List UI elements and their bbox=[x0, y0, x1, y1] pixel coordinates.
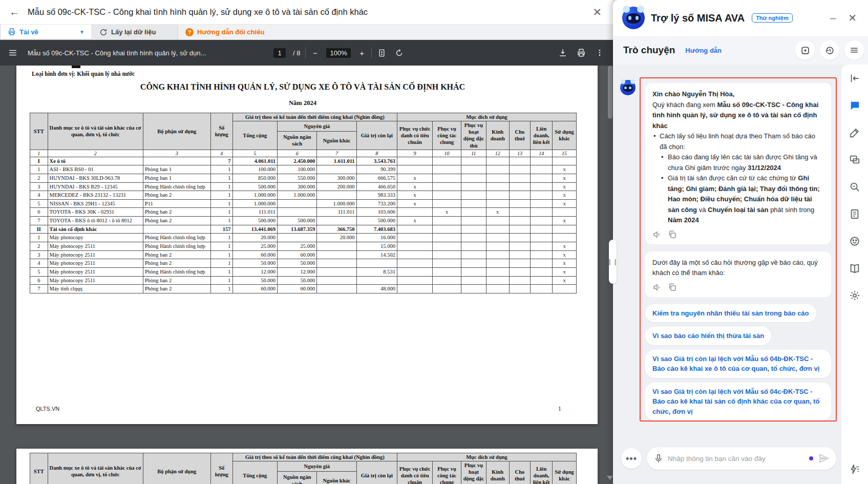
col-header: Nguồn ngân sách bbox=[278, 131, 317, 150]
pdf-page-1: Loại hình đơn vị: Khối quản lý nhà nước … bbox=[16, 66, 598, 424]
pdf-toolbar: Mẫu số 09c-CK-TSC - Công khai tình hình … bbox=[0, 40, 613, 66]
col-header: Cho thuê bbox=[509, 121, 531, 150]
more-vertical-icon[interactable] bbox=[595, 48, 605, 58]
col-header: Phục vụ hoạt động đặc thù bbox=[461, 121, 486, 150]
table-row: 5NISSAN - BKS 29H1 - 12345P1111.000.0001… bbox=[30, 199, 577, 208]
app-root: ← Mẫu số 09c-CK-TSC - Công khai tình hìn… bbox=[0, 0, 868, 484]
table-row: 1ASI - BKS BS0 - 01Phòng ban 11100.00010… bbox=[30, 165, 577, 174]
copy-icon[interactable] bbox=[668, 230, 677, 239]
fit-page-icon[interactable] bbox=[377, 48, 387, 58]
suggested-question-chip[interactable]: Vì sao báo cáo hiển thị thừa tài sản bbox=[645, 327, 771, 345]
chevron-down-icon[interactable]: ▼ bbox=[79, 29, 84, 35]
asset-table-page2: STT Danh mục xe ô tô và tài sản khác của… bbox=[30, 453, 577, 484]
message-text: Dưới đây là một số câu hỏi thường gặp về… bbox=[652, 258, 824, 279]
suggested-question-chip[interactable]: Vì sao Giá trị còn lại lệch với Mẫu số 0… bbox=[645, 350, 831, 378]
table-row: 3Máy photocopy 2511Phòng ban 2160.00060.… bbox=[30, 250, 577, 259]
col-header: Bộ phận sử dụng bbox=[143, 453, 210, 484]
doc-year: Năm 2024 bbox=[16, 99, 589, 107]
col-header: Nguồn khác bbox=[317, 131, 356, 150]
assistant-title: Trợ lý số MISA AVA bbox=[651, 12, 745, 24]
table-row: 1Máy photocopyPhòng Hành chính tổng hợp1… bbox=[30, 234, 577, 242]
table-row: 2Máy photocopy 2511Phòng Hành chính tổng… bbox=[30, 242, 577, 251]
highlighted-response-area: Xin chào Nguyễn Thị Hòa,Quý khách đang x… bbox=[640, 77, 837, 422]
conversation-title: Trò chuyện bbox=[623, 45, 675, 56]
message-text: Xin chào Nguyễn Thị Hòa, bbox=[652, 89, 824, 100]
refresh-data-button[interactable]: Lấy lại dữ liệu bbox=[92, 25, 178, 39]
chat-close-icon[interactable]: ✕ bbox=[848, 12, 857, 24]
col-header: STT bbox=[30, 113, 48, 150]
pdf-page-2: STT Danh mục xe ô tô và tài sản khác của… bbox=[16, 449, 598, 484]
download-label: Tải về bbox=[19, 28, 38, 36]
zoom-controls: − 100% + bbox=[311, 48, 366, 58]
table-row: 2HUYNDAI - BKS 30LD-963.78Phòng ban 1185… bbox=[30, 174, 577, 182]
col-header: Số lượng bbox=[210, 453, 232, 484]
col-group-header: Giá trị theo sổ kế toán đến thời điểm cô… bbox=[232, 453, 397, 461]
status-dot bbox=[809, 456, 813, 460]
read-aloud-icon[interactable] bbox=[652, 283, 662, 292]
message-input[interactable]: Nhập thông tin bạn cần vào đây bbox=[647, 447, 836, 470]
guide-link[interactable]: Hướng dẫn bbox=[685, 47, 722, 54]
doc-footer-brand: QLTS.VN bbox=[36, 406, 59, 412]
chat-bubble-icon[interactable] bbox=[849, 100, 860, 111]
minimize-icon[interactable]: – bbox=[830, 12, 836, 24]
download-icon[interactable] bbox=[558, 48, 568, 58]
new-chat-button[interactable] bbox=[795, 40, 815, 60]
printer-icon bbox=[8, 28, 16, 36]
col-header: Phục vụ chức danh có tiêu chuẩn bbox=[397, 121, 432, 150]
col-header: STT bbox=[30, 453, 48, 484]
ava-chat-panel: ❙❙ Trợ lý số MISA AVA Thử nghiệm – ✕ Trò… bbox=[613, 0, 868, 484]
beta-badge: Thử nghiệm bbox=[752, 13, 793, 23]
suggested-question-chip[interactable]: Vì sao Giá trị còn lại lệch với Mẫu số 0… bbox=[645, 383, 831, 421]
col-header: Bộ phận sử dụng bbox=[143, 113, 210, 150]
history-button[interactable] bbox=[820, 40, 839, 60]
settings-gear-icon[interactable] bbox=[849, 290, 860, 301]
quick-actions-icon[interactable] bbox=[849, 464, 860, 475]
more-options-button[interactable]: ••• bbox=[621, 448, 642, 469]
panel-menu-button[interactable] bbox=[844, 40, 864, 60]
suggested-question-chip[interactable]: Kiểm tra nguyên nhân thiếu tài sản trong… bbox=[645, 304, 816, 323]
menu-icon[interactable] bbox=[8, 48, 17, 57]
page-number-input[interactable]: 1 bbox=[273, 48, 286, 58]
report-table: STT Danh mục xe ô tô và tài sản khác của… bbox=[30, 453, 577, 484]
print-icon[interactable] bbox=[576, 48, 586, 58]
col-header: Phục vụ công tác chung bbox=[433, 461, 461, 484]
doc-title: CÔNG KHAI TÌNH HÌNH QUẢN LÝ, SỬ DỤNG XE … bbox=[16, 82, 589, 92]
guide-label: Hướng dẫn đối chiếu bbox=[197, 28, 264, 36]
search-chat-icon[interactable] bbox=[849, 181, 860, 193]
column-number-row: 123456789101112131415 bbox=[30, 150, 577, 157]
table-row: 7TOYOTA - BKS ô tô 8012 - ô tô 8012Phòng… bbox=[30, 217, 577, 225]
message-text: Quý khách đang xem Mẫu số 09c-CK-TSC - C… bbox=[652, 100, 824, 132]
scrollbar-thumb[interactable] bbox=[608, 66, 612, 119]
window-close-icon[interactable]: ✕ bbox=[590, 6, 604, 18]
assistant-message: Dưới đây là một số câu hỏi thường gặp về… bbox=[645, 251, 831, 297]
rotate-icon[interactable] bbox=[394, 48, 405, 58]
scrollbar-down-arrow[interactable] bbox=[607, 476, 613, 480]
table-row: 4MERCEDEZ - BKS 23132 - 13231Phòng ban 2… bbox=[30, 191, 577, 200]
zoom-level[interactable]: 100% bbox=[326, 48, 350, 58]
screens-icon[interactable] bbox=[849, 154, 860, 165]
microphone-icon[interactable] bbox=[654, 454, 663, 463]
read-aloud-icon[interactable] bbox=[652, 230, 662, 239]
download-button[interactable]: Tải về ▼ bbox=[0, 25, 92, 39]
document-lines-icon[interactable] bbox=[849, 208, 860, 220]
guide-button[interactable]: ? Hướng dẫn đối chiếu bbox=[178, 25, 271, 39]
doc-unit-type: Loại hình đơn vị: Khối quản lý nhà nước bbox=[32, 71, 135, 77]
table-row: IITài sản cố định khác15713.441.06913.68… bbox=[30, 225, 577, 234]
report-actionbar: Tải về ▼ Lấy lại dữ liệu ? Hướng dẫn đối… bbox=[0, 25, 613, 40]
send-icon[interactable] bbox=[818, 452, 830, 465]
zoom-out-button[interactable]: − bbox=[311, 49, 319, 57]
collapse-panel-icon[interactable] bbox=[849, 73, 860, 84]
page-controls: 1 / 8 bbox=[273, 48, 300, 58]
open-book-icon[interactable] bbox=[849, 263, 860, 274]
zoom-in-button[interactable]: + bbox=[358, 49, 366, 57]
col-group-header: Giá trị theo sổ kế toán đến thời điểm cô… bbox=[232, 113, 397, 121]
copy-icon[interactable] bbox=[668, 283, 677, 292]
emoji-sticker-icon[interactable] bbox=[849, 236, 860, 247]
compose-note-icon[interactable] bbox=[849, 127, 860, 138]
col-group-header: Mục đích sử dụng bbox=[397, 113, 576, 121]
back-icon[interactable]: ← bbox=[9, 6, 19, 18]
clipped-text-fragment bbox=[72, 66, 80, 68]
asset-table: STT Danh mục xe ô tô và tài sản khác của… bbox=[30, 113, 577, 293]
toolbar-divider bbox=[305, 47, 306, 58]
col-header: Liên doanh, liên kết bbox=[531, 121, 553, 150]
